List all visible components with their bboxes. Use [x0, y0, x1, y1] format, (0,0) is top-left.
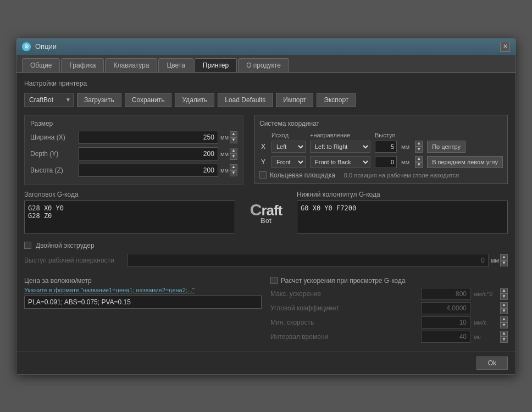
worksurf-spin-up[interactable]: ▲ — [500, 254, 508, 260]
x-origin-select[interactable]: Left Center Right — [271, 141, 306, 153]
delete-button[interactable]: Удалить — [175, 93, 214, 107]
tab-graphics[interactable]: Графика — [61, 58, 104, 72]
price-input[interactable] — [24, 296, 262, 309]
profile-select-wrap: CraftBot ▼ — [24, 93, 74, 107]
gcode-header-label: Заголовок G-кода — [24, 191, 235, 198]
load-defaults-button[interactable]: Load Defaults — [218, 93, 273, 107]
y-corner-button[interactable]: В переднем левом углу — [427, 156, 503, 168]
app-icon: ⚙ — [22, 42, 31, 51]
min-speed-row: Мин. скорость мм/с ▲ ▼ — [270, 316, 508, 329]
x-offset-spin-up[interactable]: ▲ — [415, 141, 423, 147]
extruder-section: Двойной экструдер Выступ рабочей поверхн… — [24, 242, 508, 272]
width-input-wrap: мм ▲ ▼ — [79, 131, 237, 144]
export-button[interactable]: Экспорт — [317, 93, 356, 107]
coord-system-title: Система координат — [259, 120, 503, 127]
height-input[interactable] — [79, 164, 218, 177]
accel-section: Расчет ускорения при просмотре G-кода Ма… — [270, 277, 508, 345]
extruder-left: Двойной экструдер Выступ рабочей поверхн… — [24, 242, 508, 272]
width-spinner: ▲ ▼ — [230, 131, 237, 143]
price-header: Цена за волокно/метр — [24, 277, 262, 285]
worksurf-row: Выступ рабочей поверхности мм ▲ ▼ — [24, 254, 508, 267]
worksurf-spinner: ▲ ▼ — [500, 254, 508, 266]
depth-input[interactable] — [79, 147, 218, 160]
width-input[interactable] — [79, 131, 218, 144]
price-title: Цена за волокно/метр — [24, 277, 92, 285]
tab-keyboard[interactable]: Клавиатура — [105, 58, 157, 72]
double-extruder-row: Двойной экструдер — [24, 242, 508, 249]
circular-checkbox[interactable] — [259, 171, 267, 179]
size-group: Размер Ширина (X) мм ▲ ▼ — [24, 115, 243, 185]
coord-x-axis: X — [259, 143, 267, 151]
ok-button[interactable]: Ok — [476, 357, 508, 370]
y-origin-select[interactable]: Front Center Back — [271, 156, 306, 168]
tab-printer[interactable]: Принтер — [195, 58, 237, 72]
min-speed-spin-down: ▼ — [500, 322, 508, 329]
titlebar: ⚙ Опции ✕ — [16, 38, 516, 55]
window-title: Опции — [35, 42, 57, 51]
tab-general[interactable]: Общие — [22, 58, 60, 72]
angular-spin-up: ▲ — [500, 302, 508, 308]
time-interval-row: Интервал времени мс ▲ ▼ — [270, 331, 508, 343]
gcode-header-textarea[interactable]: G28 X0 Y0 G28 Z0 — [24, 201, 235, 233]
titlebar-left: ⚙ Опции — [22, 42, 57, 51]
right-col: Система координат Исход +направление Выс… — [254, 115, 508, 191]
y-offset-input[interactable] — [375, 156, 397, 168]
section-title: Настройки принтера — [24, 80, 508, 87]
max-accel-spin-up: ▲ — [500, 288, 508, 294]
circular-label: Кольцевая площадка — [270, 171, 335, 179]
depth-spin-up[interactable]: ▲ — [230, 148, 237, 154]
x-center-button[interactable]: По центру — [427, 141, 465, 153]
x-offset-input[interactable] — [375, 141, 397, 153]
depth-spin-down[interactable]: ▼ — [230, 154, 237, 160]
double-extruder-checkbox[interactable] — [24, 242, 31, 249]
printer-toolbar: CraftBot ▼ Загрузить Сохранить Удалить L… — [24, 93, 508, 107]
min-speed-unit: мм/с — [474, 319, 496, 326]
x-direction-select[interactable]: Left to Right Right to Left — [310, 141, 370, 153]
coord-y-axis: Y — [259, 158, 267, 166]
max-accel-spin-down: ▼ — [500, 294, 508, 300]
col-direction-header: +направление — [310, 132, 370, 138]
x-origin-wrap: Left Center Right — [271, 141, 306, 153]
worksurf-input-wrap: мм ▲ ▼ — [128, 254, 508, 267]
accel-header: Расчет ускорения при просмотре G-кода — [270, 277, 508, 285]
width-spin-up[interactable]: ▲ — [230, 131, 237, 137]
worksurf-label: Выступ рабочей поверхности — [24, 257, 123, 264]
x-direction-wrap: Left to Right Right to Left — [310, 141, 370, 153]
save-button[interactable]: Сохранить — [125, 93, 172, 107]
height-spin-up[interactable]: ▲ — [230, 164, 237, 170]
y-direction-select[interactable]: Front to Back Back to Front — [310, 156, 370, 168]
load-button[interactable]: Загрузить — [77, 93, 121, 107]
width-row: Ширина (X) мм ▲ ▼ — [30, 131, 237, 144]
coord-y-row: Y Front Center Back Front to Back Ba — [259, 156, 503, 168]
coord-x-row: X Left Center Right Left to Right Ri — [259, 141, 503, 153]
price-hint: Укажите в формате "название1=цена1; назв… — [24, 287, 262, 293]
circular-row: Кольцевая площадка 0,0 позиция на рабоче… — [259, 171, 503, 179]
time-interval-spin-down: ▼ — [500, 337, 508, 343]
import-button[interactable]: Импорт — [276, 93, 313, 107]
width-spin-down[interactable]: ▼ — [230, 137, 237, 143]
accel-checkbox[interactable] — [270, 277, 278, 284]
gcode-footer-textarea[interactable]: G0 X0 Y0 F7200 — [297, 201, 508, 233]
price-hint-link[interactable]: название1=цена1; название2=цена2;... — [83, 287, 192, 293]
time-interval-unit: мс — [474, 333, 496, 340]
close-button[interactable]: ✕ — [500, 42, 510, 52]
tab-content: Настройки принтера CraftBot ▼ Загрузить … — [16, 73, 516, 352]
height-spin-down[interactable]: ▼ — [230, 170, 237, 176]
angular-spinner: ▲ ▼ — [500, 302, 508, 314]
price-hint-end: " — [192, 287, 195, 293]
size-group-title: Размер — [30, 120, 237, 127]
x-offset-spin-down[interactable]: ▼ — [415, 147, 423, 153]
gcode-section: Заголовок G-кода G28 X0 Y0 G28 Z0 Craft … — [24, 191, 508, 235]
tab-colors[interactable]: Цвета — [158, 58, 193, 72]
worksurf-spin-down[interactable]: ▼ — [500, 260, 508, 266]
tabs-bar: Общие Графика Клавиатура Цвета Принтер О… — [16, 55, 516, 73]
y-offset-spin-down[interactable]: ▼ — [415, 162, 423, 168]
min-speed-spinner: ▲ ▼ — [500, 316, 508, 329]
worksurf-input[interactable] — [128, 254, 489, 267]
tab-about[interactable]: О продукте — [238, 58, 289, 72]
y-offset-spin-up[interactable]: ▲ — [415, 156, 423, 162]
x-offset-unit: мм — [401, 143, 409, 150]
gcode-footer-label: Нижний колонтитул G-кода — [297, 191, 508, 198]
profile-select[interactable]: CraftBot — [24, 93, 74, 107]
height-input-wrap: мм ▲ ▼ — [79, 164, 237, 177]
